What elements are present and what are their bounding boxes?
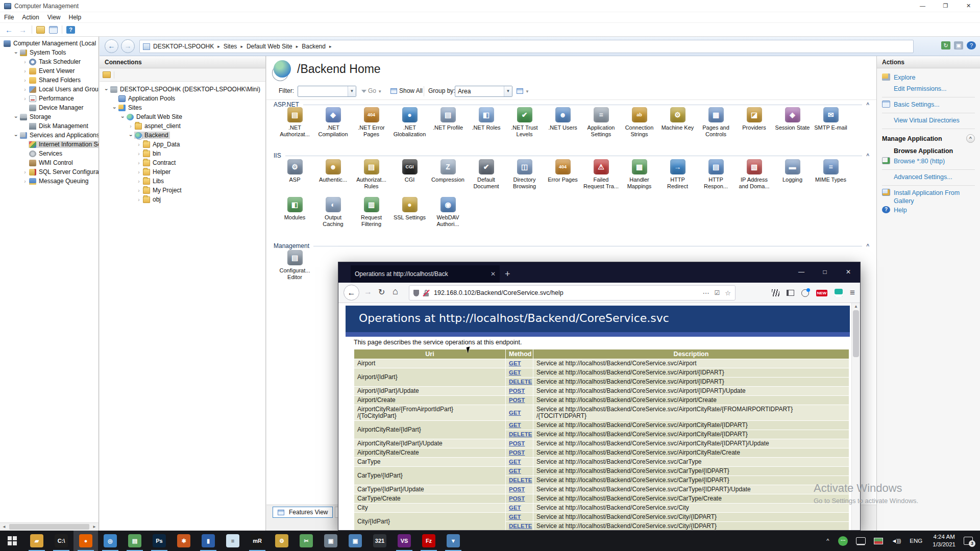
expander-closed-icon[interactable]: › (21, 169, 29, 175)
method-link-post[interactable]: POST (509, 449, 525, 456)
sidebar-icon[interactable] (787, 290, 794, 296)
tree-item-performance[interactable]: ›Performance (0, 94, 99, 103)
back-icon[interactable]: ← (2, 26, 16, 34)
iis-back-icon[interactable]: ← (105, 39, 118, 53)
graphics-tray-icon[interactable] (874, 538, 883, 544)
tree-item-sql-server-configuratio[interactable]: ›SQL Server Configuratio (0, 167, 99, 177)
scroll-left-icon[interactable]: ◄ (0, 523, 8, 531)
taskbar-remote-pc[interactable]: ▣ (343, 531, 368, 551)
insecure-lock-icon[interactable] (423, 290, 429, 296)
tree-item-local-users-and-groups[interactable]: ›Local Users and Groups (0, 85, 99, 94)
bookmark-star-icon[interactable]: ☆ (725, 289, 731, 297)
feature-net-roles[interactable]: ◧.NET Roles (467, 107, 505, 138)
tree-item-contract[interactable]: ›Contract (100, 158, 265, 167)
menu-file[interactable]: File (0, 14, 18, 21)
action-basic-settings[interactable]: Basic Settings... (882, 99, 975, 111)
forward-icon[interactable]: → (16, 26, 30, 34)
tree-item-obj[interactable]: ›obj (100, 195, 265, 204)
collapse-group-icon[interactable]: ^ (966, 134, 975, 143)
expander-closed-icon[interactable]: › (135, 142, 142, 147)
tab-features-view[interactable]: Features View (273, 507, 333, 518)
feature-compression[interactable]: ZCompression (429, 159, 467, 190)
dropdown-icon[interactable]: ▼ (504, 86, 512, 96)
taskbar-command-prompt[interactable]: C:\ (49, 531, 74, 551)
tree-item-default-web-site[interactable]: ›Default Web Site (100, 112, 265, 121)
method-link-get[interactable]: GET (509, 459, 521, 465)
breadcrumb-segment-desktop-lspoohk[interactable]: DESKTOP-LSPOOHK (153, 43, 214, 50)
group-by-select[interactable]: Area▼ (455, 86, 512, 97)
expander-closed-icon[interactable]: › (135, 169, 142, 175)
chevron-right-icon[interactable]: ▸ (214, 44, 224, 49)
show-window-icon[interactable] (49, 26, 58, 34)
feature-configuration-editor[interactable]: ▤Configurat... Editor (276, 250, 314, 281)
hamburger-menu-icon[interactable]: ≡ (850, 288, 855, 298)
tree-item-aspnet-client[interactable]: ›aspnet_client (100, 121, 265, 131)
expander-open-icon[interactable]: › (128, 132, 134, 139)
dropdown-icon[interactable]: ▼ (348, 86, 356, 96)
breadcrumb-segment-sites[interactable]: Sites (224, 43, 237, 50)
feature-default-document[interactable]: ✔Default Document (467, 159, 505, 190)
method-link-delete[interactable]: DELETE (509, 431, 532, 437)
taskbar-media-player-classic[interactable]: 321 (368, 531, 392, 551)
method-link-get[interactable]: GET (509, 422, 521, 428)
notification-center-icon[interactable]: 3 (964, 537, 973, 545)
tree-item-desktop-lspoohk-desktop-lspoohk-mini[interactable]: ›DESKTOP-LSPOOHK (DESKTOP-LSPOOHK\Mini) (100, 85, 265, 94)
tree-item-task-scheduler[interactable]: ›Task Scheduler (0, 57, 99, 66)
feature-ssl-settings[interactable]: ●SSL Settings (390, 197, 429, 228)
new-tab-icon[interactable]: + (505, 267, 510, 281)
browser-back-icon[interactable]: ← (344, 285, 359, 300)
tree-item-storage[interactable]: ›Storage (0, 112, 99, 121)
feature-net-error-pages[interactable]: 404.NET Error Pages (352, 107, 390, 138)
method-link-get[interactable]: GET (509, 468, 521, 474)
feature-session-state[interactable]: ◈Session State (773, 107, 812, 138)
breadcrumb-segment-default-web-site[interactable]: Default Web Site (247, 43, 292, 50)
protection-icon[interactable]: ☑ (715, 289, 720, 296)
tree-item-services-and-applications[interactable]: ›Services and Applications (0, 131, 99, 140)
expander-closed-icon[interactable]: › (21, 96, 29, 102)
browser-tab[interactable]: Operations at http://localhost/Back ✕ (351, 265, 500, 283)
feature-ip-address-domain[interactable]: ▧IP Address and Doma... (735, 159, 773, 190)
feature-output-caching[interactable]: ◐Output Caching (314, 197, 352, 228)
horizontal-scrollbar[interactable]: ◄ ► (0, 522, 99, 531)
expander-open-icon[interactable]: › (120, 113, 126, 120)
expander-open-icon[interactable]: › (13, 132, 19, 139)
show-all-button[interactable]: Show All (390, 87, 423, 94)
tree-item-event-viewer[interactable]: ›Event Viewer (0, 66, 99, 76)
page-actions-icon[interactable]: ⋯ (703, 289, 709, 297)
tree-item-message-queuing[interactable]: ›Message Queuing (0, 177, 99, 186)
iis-forward-icon[interactable]: → (121, 39, 135, 53)
browser-reload-icon[interactable]: ↻ (378, 287, 385, 297)
action-advanced-settings[interactable]: Advanced Settings... (882, 172, 975, 183)
expander-closed-icon[interactable]: › (21, 78, 29, 83)
ff-minimize-button[interactable]: — (790, 262, 813, 282)
collapse-section-icon[interactable]: ^ (866, 243, 869, 249)
expander-closed-icon[interactable]: › (135, 188, 142, 193)
tree-item-internet-information-ser[interactable]: Internet Information Ser (0, 140, 99, 149)
tab-close-icon[interactable]: ✕ (486, 270, 496, 278)
feature-logging[interactable]: ▬Logging (773, 159, 812, 190)
method-link-post[interactable]: POST (509, 397, 525, 403)
feature-mime-types[interactable]: ≡MIME Types (812, 159, 850, 190)
ff-maximize-button[interactable]: □ (813, 262, 837, 282)
chevron-right-icon[interactable]: ▸ (237, 44, 247, 49)
restore-button[interactable]: ❐ (934, 0, 957, 12)
feature-machine-key[interactable]: ⚙Machine Key (658, 107, 697, 138)
taskbar-photoshop[interactable]: Ps (147, 531, 172, 551)
feature-authentication[interactable]: ☻Authentic... (314, 159, 352, 190)
action-help[interactable]: ?Help (882, 205, 975, 216)
action-install-application-from-gallery[interactable]: Install Application From Gallery (882, 188, 975, 205)
feature-error-pages[interactable]: 404Error Pages (544, 159, 582, 190)
save-connections-icon[interactable] (103, 71, 111, 78)
taskbar-green-editor[interactable]: ▤ (122, 531, 147, 551)
feature-net-profile[interactable]: ▤.NET Profile (429, 107, 467, 138)
expander-open-icon[interactable]: › (13, 113, 19, 120)
feature-application-settings[interactable]: ≡Application Settings (582, 107, 620, 138)
tree-item-bin[interactable]: ›bin (100, 149, 265, 158)
tree-item-my-project[interactable]: ›My Project (100, 186, 265, 195)
stop-icon[interactable]: ▣ (954, 41, 963, 49)
method-link-post[interactable]: POST (509, 486, 525, 492)
action-browse-80-http[interactable]: Browse *:80 (http) (882, 156, 975, 167)
action-explore[interactable]: Explore (882, 72, 975, 84)
tree-item-helper[interactable]: ›Helper (100, 167, 265, 177)
method-link-get[interactable]: GET (509, 360, 521, 366)
